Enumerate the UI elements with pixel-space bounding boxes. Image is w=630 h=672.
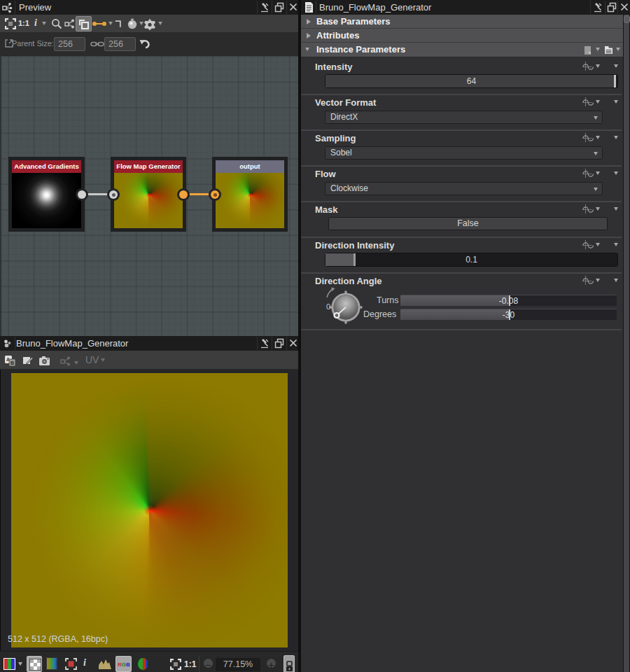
svg-text:B: B [10,360,14,365]
